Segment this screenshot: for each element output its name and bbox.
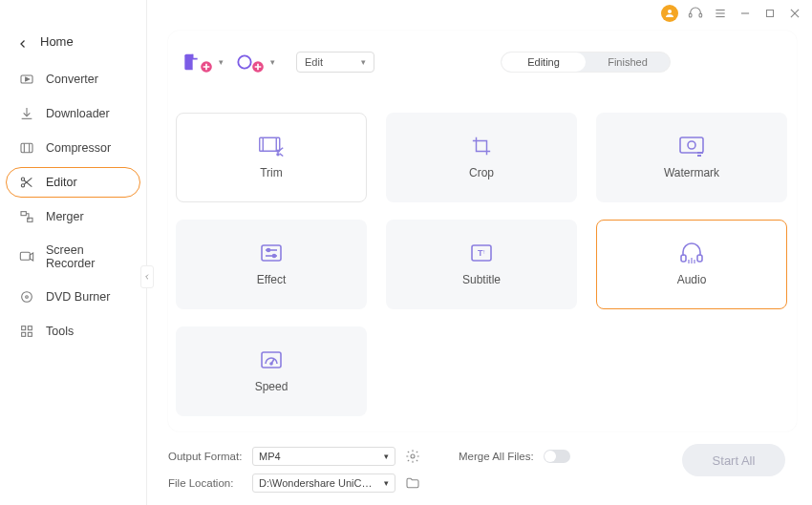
disc-icon bbox=[19, 289, 34, 305]
sidebar-item-compressor[interactable]: Compressor bbox=[6, 133, 140, 163]
sidebar-item-label: Screen Recorder bbox=[46, 243, 127, 270]
merge-label: Merge All Files: bbox=[459, 451, 534, 462]
speed-icon bbox=[258, 349, 285, 370]
sidebar-item-screen-recorder[interactable]: Screen Recorder bbox=[6, 236, 140, 278]
compress-icon bbox=[19, 140, 34, 156]
footer: Output Format: MP4 ▾ Merge All Files: Fi… bbox=[168, 442, 797, 497]
home-row[interactable]: Home bbox=[0, 27, 146, 64]
svg-rect-28 bbox=[28, 332, 32, 336]
grid-icon bbox=[19, 324, 34, 339]
chevron-down-icon: ▾ bbox=[384, 452, 389, 461]
sidebar-item-tools[interactable]: Tools bbox=[6, 316, 140, 347]
sidebar-item-label: Compressor bbox=[46, 141, 111, 155]
svg-point-57 bbox=[411, 454, 415, 458]
add-url-button[interactable]: ▾ bbox=[235, 48, 275, 76]
svg-rect-7 bbox=[767, 11, 774, 17]
start-all-label: Start All bbox=[713, 453, 756, 468]
chevron-down-icon: ▾ bbox=[219, 57, 224, 67]
sidebar-item-editor[interactable]: Editor bbox=[6, 167, 140, 198]
crop-icon bbox=[468, 136, 495, 157]
tile-watermark[interactable]: Watermark bbox=[596, 113, 787, 202]
svg-rect-26 bbox=[28, 326, 32, 330]
tab-finished[interactable]: Finished bbox=[586, 53, 670, 72]
svg-point-23 bbox=[22, 292, 32, 303]
add-file-button[interactable]: ▾ bbox=[182, 48, 224, 76]
sidebar-item-downloader[interactable]: Downloader bbox=[6, 98, 140, 129]
tile-label: Watermark bbox=[664, 166, 719, 179]
tile-audio[interactable]: Audio bbox=[596, 220, 787, 309]
audio-icon bbox=[678, 242, 705, 263]
file-location-value: D:\Wondershare UniConverter 1 bbox=[259, 477, 374, 489]
editor-panel: ▾ ▾ Edit ▾ Editing Finished Trim bbox=[168, 31, 797, 431]
sidebar-item-label: Downloader bbox=[46, 107, 110, 120]
output-format-label: Output Format: bbox=[168, 451, 243, 462]
settings-icon[interactable] bbox=[405, 449, 420, 464]
svg-marker-11 bbox=[26, 77, 30, 81]
effect-icon bbox=[258, 242, 285, 263]
svg-point-45 bbox=[273, 255, 276, 258]
svg-line-38 bbox=[280, 154, 284, 157]
back-icon bbox=[17, 36, 29, 48]
file-location-select[interactable]: D:\Wondershare UniConverter 1 ▾ bbox=[252, 473, 395, 493]
start-all-button[interactable]: Start All bbox=[682, 444, 785, 476]
minimize-button[interactable] bbox=[737, 6, 753, 21]
subtitle-icon: T! bbox=[468, 242, 495, 263]
support-icon[interactable] bbox=[688, 6, 703, 21]
svg-rect-39 bbox=[680, 137, 703, 153]
chevron-down-icon: ▾ bbox=[361, 57, 366, 67]
menu-icon[interactable] bbox=[713, 6, 728, 21]
folder-icon[interactable] bbox=[405, 475, 420, 491]
watermark-icon bbox=[678, 136, 705, 157]
svg-marker-22 bbox=[30, 253, 32, 261]
download-icon bbox=[19, 106, 34, 121]
mode-select[interactable]: Edit ▾ bbox=[296, 52, 374, 73]
tile-label: Speed bbox=[255, 380, 288, 393]
home-label: Home bbox=[40, 34, 74, 49]
svg-point-15 bbox=[21, 178, 24, 180]
recorder-icon bbox=[19, 249, 34, 264]
tile-speed[interactable]: Speed bbox=[176, 326, 367, 416]
chevron-down-icon: ▾ bbox=[270, 57, 275, 67]
sidebar-item-label: Tools bbox=[46, 325, 74, 338]
svg-rect-49 bbox=[681, 255, 686, 262]
output-format-select[interactable]: MP4 ▾ bbox=[252, 447, 395, 466]
svg-point-43 bbox=[267, 249, 270, 252]
sidebar-item-merger[interactable]: Merger bbox=[6, 201, 140, 232]
sidebar: Home Converter Downloader Compressor Edi… bbox=[0, 0, 147, 505]
svg-text:!: ! bbox=[483, 249, 485, 255]
svg-point-36 bbox=[276, 153, 280, 157]
tile-crop[interactable]: Crop bbox=[386, 113, 577, 202]
svg-rect-27 bbox=[22, 332, 26, 336]
tile-trim[interactable]: Trim bbox=[176, 113, 367, 202]
svg-rect-21 bbox=[20, 252, 30, 260]
output-format-value: MP4 bbox=[259, 451, 281, 462]
svg-rect-12 bbox=[21, 143, 32, 152]
svg-point-56 bbox=[270, 363, 272, 365]
svg-rect-50 bbox=[697, 255, 702, 262]
sidebar-item-label: DVD Burner bbox=[46, 290, 110, 304]
tile-label: Audio bbox=[677, 273, 707, 286]
svg-point-35 bbox=[276, 150, 280, 154]
svg-rect-19 bbox=[21, 212, 26, 216]
merge-icon bbox=[19, 209, 34, 224]
file-location-label: File Location: bbox=[168, 477, 243, 489]
sidebar-item-label: Merger bbox=[46, 210, 84, 223]
tile-label: Trim bbox=[260, 166, 283, 179]
sidebar-collapse-handle[interactable] bbox=[140, 265, 154, 288]
tile-label: Effect bbox=[257, 273, 286, 286]
sidebar-item-label: Editor bbox=[46, 176, 77, 189]
svg-point-16 bbox=[21, 184, 24, 187]
sidebar-item-dvd-burner[interactable]: DVD Burner bbox=[6, 282, 140, 312]
merge-all-toggle[interactable] bbox=[544, 450, 570, 463]
maximize-button[interactable] bbox=[762, 6, 778, 21]
sidebar-item-label: Converter bbox=[46, 73, 98, 86]
tile-effect[interactable]: Effect bbox=[176, 220, 367, 309]
svg-point-40 bbox=[688, 141, 695, 149]
sidebar-item-converter[interactable]: Converter bbox=[6, 64, 140, 95]
close-button[interactable] bbox=[787, 6, 802, 21]
tile-label: Subtitle bbox=[462, 273, 501, 286]
scissors-icon bbox=[19, 175, 34, 190]
tab-editing[interactable]: Editing bbox=[502, 53, 586, 72]
user-avatar[interactable] bbox=[661, 5, 678, 22]
tile-subtitle[interactable]: T! Subtitle bbox=[386, 220, 577, 309]
